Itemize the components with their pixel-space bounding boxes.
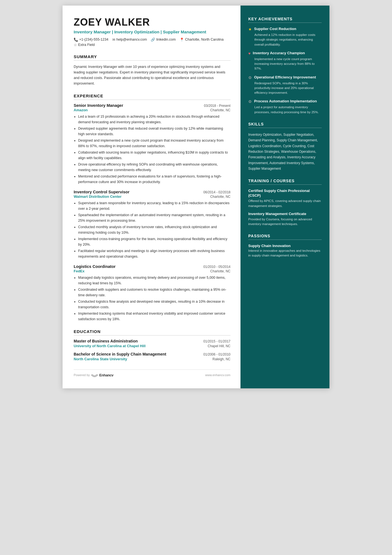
summary-text: Dynamic Inventory Manager with over 10 y… [74, 64, 230, 86]
bullet: Collaborated with sourcing teams in supp… [78, 150, 230, 161]
bullet: Drove operational efficiency by refining… [78, 162, 230, 173]
job-3-company-row: FedEx Charlotte, NC [74, 269, 230, 273]
job-3-title: Logistics Coordinator [74, 264, 116, 269]
edu-1-location: Chapel Hill, NC [208, 344, 230, 348]
achievement-4: ⚙ Process Automation Implementation Led … [248, 99, 322, 115]
star-icon: ☆ [74, 43, 77, 47]
achievement-3-title: Operational Efficiency Improvement [254, 75, 316, 80]
left-column: ZOEY WALKER Inventory Manager | Inventor… [63, 6, 240, 388]
training-1: Certified Supply Chain Professional (CSC… [248, 189, 322, 208]
training-2: Inventory Management Certificate Provide… [248, 212, 322, 226]
passion-1-title: Supply Chain Innovation [248, 244, 322, 248]
bullet: Coordinated with suppliers and customers… [78, 287, 230, 298]
bullet: Facilitated regular workshops and meetin… [78, 248, 230, 259]
edu-1-date: 01/2015 - 01/2017 [204, 339, 230, 343]
resume-wrapper: ZOEY WALKER Inventory Manager | Inventor… [63, 6, 329, 388]
bullet: Mentored and conducted performance evalu… [78, 174, 230, 185]
right-column: KEY ACHIEVEMENTS ★ Supplier Cost Reducti… [240, 6, 329, 388]
email-icon: ✉ [112, 38, 115, 42]
bullet: Implemented cross-training programs for … [78, 236, 230, 247]
extra-field: Extra Field [78, 43, 95, 47]
achievements-title: KEY ACHIEVEMENTS [248, 17, 322, 23]
bullet: Developed supplier agreements that reduc… [78, 126, 230, 137]
training-1-desc: Offered by APICS, covering advanced supp… [248, 199, 322, 208]
passion-1: Supply Chain Innovation Interest in inno… [248, 244, 322, 258]
achievement-1-title: Supplier Cost Reduction [254, 27, 296, 31]
header: ZOEY WALKER Inventory Manager | Inventor… [74, 17, 230, 47]
job-3-header: Logistics Coordinator 01/2010 - 05/2014 [74, 264, 230, 269]
bullet: Managed daily logistics operations, ensu… [78, 275, 230, 286]
summary-title: SUMMARY [74, 54, 230, 61]
training-section: TRAINING / COURSES Certified Supply Chai… [248, 179, 322, 226]
skills-text: Inventory Optimization, Supplier Negotia… [248, 132, 322, 172]
bullet: Conducted logistics flow analysis and de… [78, 299, 230, 310]
bullet: Implemented tracking systems that enhanc… [78, 311, 230, 322]
achievement-1-header: ★ Supplier Cost Reduction [248, 27, 322, 31]
brand-name: Enhancv [99, 373, 113, 377]
candidate-name: ZOEY WALKER [74, 17, 230, 28]
training-2-desc: Provided by Coursera, focusing on advanc… [248, 217, 322, 227]
job-1: Senior Inventory Manager 03/2018 - Prese… [74, 103, 230, 185]
job-2-company-row: Walmart Distribution Center Charlotte, N… [74, 194, 230, 199]
footer: Powered by Enhancv www.enhancv.com [74, 369, 230, 377]
job-1-company-row: Amazon Charlotte, NC [74, 108, 230, 112]
achievement-2: ♥ Inventory Accuracy Champion Implemente… [248, 51, 322, 71]
achievement-2-header: ♥ Inventory Accuracy Champion [248, 51, 322, 56]
edu-1-header: Master of Business Administration 01/201… [74, 339, 230, 343]
training-title: TRAINING / COURSES [248, 179, 322, 185]
contact-info: 📞 +1-(234)-555-1234 ✉ help@enhancv.com 🔗… [74, 38, 230, 47]
job-2-date: 06/2014 - 02/2018 [204, 190, 230, 194]
job-1-bullets: Led a team of 15 professionals in achiev… [74, 114, 230, 185]
passions-section: PASSIONS Supply Chain Innovation Interes… [248, 234, 322, 258]
bullet: Led a team of 15 professionals in achiev… [78, 114, 230, 125]
training-2-title: Inventory Management Certificate [248, 212, 322, 216]
link-icon: 🔗 [151, 38, 155, 42]
edu-2-header: Bachelor of Science in Supply Chain Mana… [74, 352, 230, 356]
location-item: 📍 Charlotte, North Carolina [180, 38, 224, 42]
job-1-title: Senior Inventory Manager [74, 103, 123, 108]
passion-1-desc: Interest in innovative approaches and te… [248, 248, 322, 258]
skills-title: SKILLS [248, 122, 322, 128]
training-1-title: Certified Supply Chain Professional (CSC… [248, 189, 322, 198]
gear2-achievement-icon: ⚙ [248, 99, 252, 104]
email-address: help@enhancv.com [116, 38, 147, 41]
edu-1-degree: Master of Business Administration [74, 339, 201, 343]
phone-number: +1-(234)-555-1234 [79, 38, 108, 41]
gear-achievement-icon: ⚙ [248, 75, 252, 80]
achievement-3: ⚙ Operational Efficiency Improvement Red… [248, 75, 322, 95]
achievement-4-title: Process Automation Implementation [254, 99, 317, 104]
bullet: Conducted monthly analysis of inventory … [78, 224, 230, 235]
edu-1: Master of Business Administration 01/201… [74, 339, 230, 348]
job-1-location: Charlotte, NC [210, 108, 230, 112]
achievement-3-desc: Redesigned SOPs, resulting in a 30% prod… [248, 81, 322, 95]
achievement-4-desc: Led a project for automating inventory p… [248, 105, 322, 115]
job-2-location: Charlotte, NC [210, 195, 230, 199]
linkedin-item: 🔗 linkedin.com [151, 38, 175, 42]
education-title: EDUCATION [74, 329, 230, 336]
job-2-title: Inventory Control Supervisor [74, 190, 130, 194]
job-1-date: 03/2018 - Present [204, 104, 230, 108]
passions-title: PASSIONS [248, 234, 322, 240]
achievements-section: KEY ACHIEVEMENTS ★ Supplier Cost Reducti… [248, 17, 322, 115]
experience-section: EXPERIENCE Senior Inventory Manager 03/2… [74, 93, 230, 322]
job-3-company: FedEx [74, 269, 85, 273]
education-section: EDUCATION Master of Business Administrat… [74, 329, 230, 361]
star-achievement-icon: ★ [248, 27, 252, 31]
linkedin-url: linkedin.com [156, 38, 175, 41]
edu-1-school-row: University of North Carolina at Chapel H… [74, 344, 230, 348]
job-3-date: 01/2010 - 05/2014 [204, 265, 230, 269]
achievement-1: ★ Supplier Cost Reduction Achieved a 12%… [248, 27, 322, 47]
bullet: Designed and implemented a new cycle cou… [78, 138, 230, 149]
job-2-header: Inventory Control Supervisor 06/2014 - 0… [74, 190, 230, 194]
job-1-company: Amazon [74, 108, 88, 112]
edu-2-degree: Bachelor of Science in Supply Chain Mana… [74, 352, 201, 356]
enhancv-heart-icon [91, 373, 98, 377]
powered-by-text: Powered by [74, 373, 90, 377]
edu-2-date: 01/2006 - 01/2010 [204, 352, 230, 356]
skills-section: SKILLS Inventory Optimization, Supplier … [248, 122, 322, 172]
footer-url: www.enhancv.com [205, 373, 230, 377]
edu-2-school-row: North Carolina State University Raleigh,… [74, 357, 230, 361]
job-3: Logistics Coordinator 01/2010 - 05/2014 … [74, 264, 230, 322]
achievement-2-title: Inventory Accuracy Champion [253, 51, 305, 56]
candidate-title: Inventory Manager | Inventory Optimizati… [74, 29, 230, 35]
